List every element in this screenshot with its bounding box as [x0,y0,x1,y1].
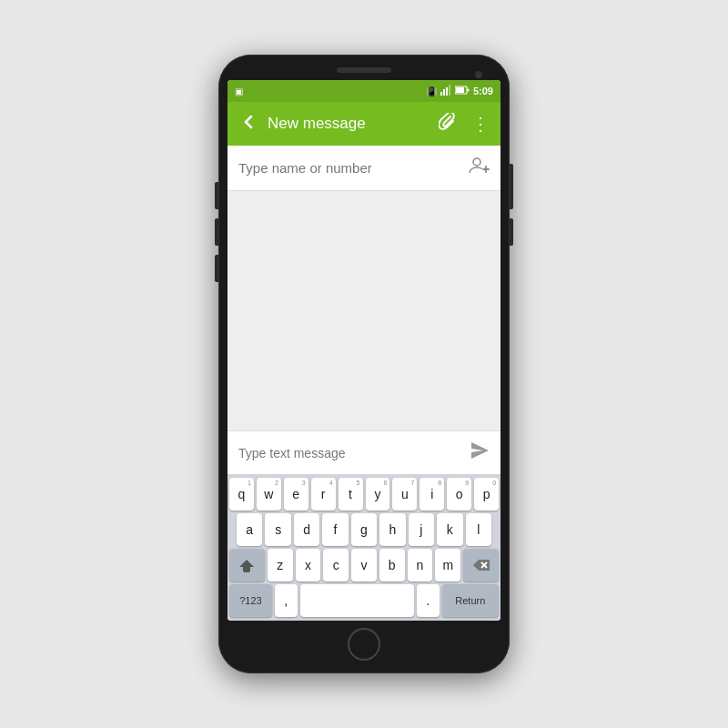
side-button-left1 [215,182,218,209]
svg-rect-2 [446,87,448,96]
key-c[interactable]: c [323,549,349,581]
keyboard: 1q 2w 3e 4r 5t 6y 7u 8i 9o 0p a s d f g … [228,474,500,621]
key-s[interactable]: s [265,513,290,546]
signal-icon [440,85,451,97]
key-h[interactable]: h [379,513,405,546]
key-v[interactable]: v [351,549,377,581]
key-j[interactable]: j [409,513,434,546]
status-bar: ▣ 📳 5:09 [228,80,500,102]
key-return[interactable]: Return [442,584,499,617]
status-time: 5:09 [473,86,493,96]
svg-rect-5 [467,89,469,92]
vibrate-icon: 📳 [426,86,437,96]
key-g[interactable]: g [351,513,377,546]
back-button[interactable] [235,109,260,139]
key-n[interactable]: n [408,549,433,581]
svg-marker-10 [471,442,489,459]
svg-rect-0 [440,92,442,96]
add-contact-button[interactable] [468,155,490,181]
key-q[interactable]: 1q [229,478,254,511]
key-l[interactable]: l [466,513,491,546]
key-u[interactable]: 7u [392,478,417,511]
key-shift[interactable] [229,549,265,581]
key-num-toggle[interactable]: ?123 [229,584,272,617]
send-button[interactable] [470,440,490,465]
svg-marker-11 [239,560,254,571]
key-i[interactable]: 8i [420,478,444,511]
side-button-top [510,218,513,246]
svg-rect-1 [443,89,445,96]
phone-frame: ▣ 📳 5:09 [218,55,510,673]
text-message-input[interactable] [238,446,470,460]
phone-speaker [337,67,391,73]
key-p[interactable]: 0p [474,478,499,511]
keyboard-row-4: ?123 , . Return [229,584,499,617]
key-x[interactable]: x [296,549,321,581]
key-b[interactable]: b [379,549,405,581]
keyboard-row-2: a s d f g h j k l [229,513,499,546]
phone-screen: ▣ 📳 5:09 [228,80,500,621]
svg-rect-3 [449,85,450,96]
camera [475,71,482,78]
key-period[interactable]: . [417,584,440,617]
recipient-input[interactable] [238,160,468,176]
battery-icon [455,86,470,96]
key-y[interactable]: 6y [366,478,390,511]
key-space[interactable] [300,584,414,617]
attach-button[interactable] [435,109,460,139]
screen-title: New message [268,115,428,133]
key-e[interactable]: 3e [284,478,308,511]
svg-rect-12 [244,571,249,572]
side-button-right [510,164,513,209]
key-backspace[interactable] [463,549,499,581]
side-button-left3 [215,255,218,282]
key-z[interactable]: z [268,549,293,581]
key-d[interactable]: d [294,513,319,546]
key-o[interactable]: 9o [447,478,471,511]
sim-icon: ▣ [235,86,243,96]
key-f[interactable]: f [322,513,348,546]
key-w[interactable]: 2w [257,478,281,511]
key-t[interactable]: 5t [339,478,363,511]
home-button[interactable] [348,628,380,661]
svg-rect-6 [456,87,464,93]
key-m[interactable]: m [435,549,460,581]
text-input-row [228,430,500,474]
side-button-left2 [215,218,218,246]
key-a[interactable]: a [237,513,262,546]
key-comma[interactable]: , [275,584,298,617]
to-field [228,146,500,191]
key-k[interactable]: k [437,513,462,546]
more-button[interactable]: ⋮ [468,109,493,138]
svg-point-7 [473,158,480,166]
key-r[interactable]: 4r [311,478,336,511]
keyboard-row-1: 1q 2w 3e 4r 5t 6y 7u 8i 9o 0p [229,478,499,511]
keyboard-row-3: z x c v b n m [229,549,499,581]
message-area [228,191,500,430]
action-bar: New message ⋮ [228,102,500,146]
